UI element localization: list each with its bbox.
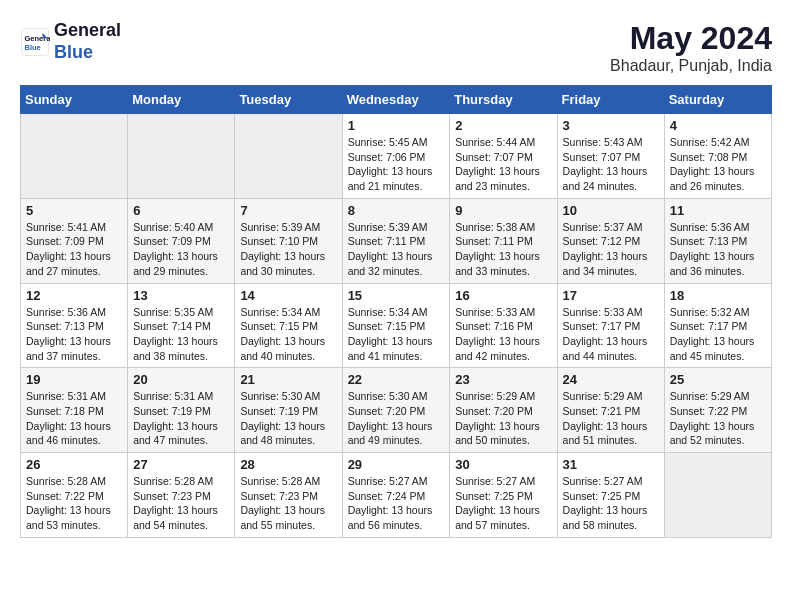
- logo-icon: General Blue: [20, 27, 50, 57]
- day-header-friday: Friday: [557, 86, 664, 114]
- day-number: 22: [348, 372, 445, 387]
- calendar-week-1: 5Sunrise: 5:41 AM Sunset: 7:09 PM Daylig…: [21, 198, 772, 283]
- day-number: 2: [455, 118, 551, 133]
- cell-info: Sunrise: 5:28 AM Sunset: 7:23 PM Dayligh…: [133, 474, 229, 533]
- calendar-cell: 8Sunrise: 5:39 AM Sunset: 7:11 PM Daylig…: [342, 198, 450, 283]
- day-number: 3: [563, 118, 659, 133]
- page-header: General Blue General Blue May 2024 Bhada…: [20, 20, 772, 75]
- month-title: May 2024: [610, 20, 772, 57]
- calendar-header-row: SundayMondayTuesdayWednesdayThursdayFrid…: [21, 86, 772, 114]
- calendar-cell: 14Sunrise: 5:34 AM Sunset: 7:15 PM Dayli…: [235, 283, 342, 368]
- calendar: SundayMondayTuesdayWednesdayThursdayFrid…: [20, 85, 772, 538]
- calendar-cell: 20Sunrise: 5:31 AM Sunset: 7:19 PM Dayli…: [128, 368, 235, 453]
- calendar-cell: 30Sunrise: 5:27 AM Sunset: 7:25 PM Dayli…: [450, 453, 557, 538]
- calendar-cell: [128, 114, 235, 199]
- day-header-tuesday: Tuesday: [235, 86, 342, 114]
- day-number: 9: [455, 203, 551, 218]
- day-number: 1: [348, 118, 445, 133]
- calendar-cell: 3Sunrise: 5:43 AM Sunset: 7:07 PM Daylig…: [557, 114, 664, 199]
- day-number: 18: [670, 288, 766, 303]
- location: Bhadaur, Punjab, India: [610, 57, 772, 75]
- logo-text: General Blue: [54, 20, 121, 63]
- day-number: 29: [348, 457, 445, 472]
- day-number: 12: [26, 288, 122, 303]
- day-header-monday: Monday: [128, 86, 235, 114]
- cell-info: Sunrise: 5:45 AM Sunset: 7:06 PM Dayligh…: [348, 135, 445, 194]
- cell-info: Sunrise: 5:40 AM Sunset: 7:09 PM Dayligh…: [133, 220, 229, 279]
- day-number: 27: [133, 457, 229, 472]
- calendar-cell: 21Sunrise: 5:30 AM Sunset: 7:19 PM Dayli…: [235, 368, 342, 453]
- cell-info: Sunrise: 5:29 AM Sunset: 7:21 PM Dayligh…: [563, 389, 659, 448]
- calendar-cell: [664, 453, 771, 538]
- calendar-cell: 25Sunrise: 5:29 AM Sunset: 7:22 PM Dayli…: [664, 368, 771, 453]
- calendar-cell: 29Sunrise: 5:27 AM Sunset: 7:24 PM Dayli…: [342, 453, 450, 538]
- cell-info: Sunrise: 5:39 AM Sunset: 7:11 PM Dayligh…: [348, 220, 445, 279]
- day-number: 6: [133, 203, 229, 218]
- cell-info: Sunrise: 5:29 AM Sunset: 7:20 PM Dayligh…: [455, 389, 551, 448]
- calendar-cell: 22Sunrise: 5:30 AM Sunset: 7:20 PM Dayli…: [342, 368, 450, 453]
- calendar-cell: 1Sunrise: 5:45 AM Sunset: 7:06 PM Daylig…: [342, 114, 450, 199]
- calendar-week-2: 12Sunrise: 5:36 AM Sunset: 7:13 PM Dayli…: [21, 283, 772, 368]
- cell-info: Sunrise: 5:34 AM Sunset: 7:15 PM Dayligh…: [240, 305, 336, 364]
- title-block: May 2024 Bhadaur, Punjab, India: [610, 20, 772, 75]
- calendar-cell: 26Sunrise: 5:28 AM Sunset: 7:22 PM Dayli…: [21, 453, 128, 538]
- day-number: 7: [240, 203, 336, 218]
- calendar-cell: 4Sunrise: 5:42 AM Sunset: 7:08 PM Daylig…: [664, 114, 771, 199]
- cell-info: Sunrise: 5:33 AM Sunset: 7:17 PM Dayligh…: [563, 305, 659, 364]
- cell-info: Sunrise: 5:30 AM Sunset: 7:19 PM Dayligh…: [240, 389, 336, 448]
- cell-info: Sunrise: 5:30 AM Sunset: 7:20 PM Dayligh…: [348, 389, 445, 448]
- calendar-week-3: 19Sunrise: 5:31 AM Sunset: 7:18 PM Dayli…: [21, 368, 772, 453]
- cell-info: Sunrise: 5:34 AM Sunset: 7:15 PM Dayligh…: [348, 305, 445, 364]
- calendar-cell: 9Sunrise: 5:38 AM Sunset: 7:11 PM Daylig…: [450, 198, 557, 283]
- calendar-cell: 11Sunrise: 5:36 AM Sunset: 7:13 PM Dayli…: [664, 198, 771, 283]
- day-number: 11: [670, 203, 766, 218]
- cell-info: Sunrise: 5:44 AM Sunset: 7:07 PM Dayligh…: [455, 135, 551, 194]
- calendar-cell: 28Sunrise: 5:28 AM Sunset: 7:23 PM Dayli…: [235, 453, 342, 538]
- day-number: 31: [563, 457, 659, 472]
- calendar-cell: [235, 114, 342, 199]
- day-number: 17: [563, 288, 659, 303]
- cell-info: Sunrise: 5:31 AM Sunset: 7:19 PM Dayligh…: [133, 389, 229, 448]
- calendar-cell: 15Sunrise: 5:34 AM Sunset: 7:15 PM Dayli…: [342, 283, 450, 368]
- day-number: 20: [133, 372, 229, 387]
- calendar-week-0: 1Sunrise: 5:45 AM Sunset: 7:06 PM Daylig…: [21, 114, 772, 199]
- day-number: 14: [240, 288, 336, 303]
- day-number: 23: [455, 372, 551, 387]
- calendar-cell: 23Sunrise: 5:29 AM Sunset: 7:20 PM Dayli…: [450, 368, 557, 453]
- calendar-cell: 16Sunrise: 5:33 AM Sunset: 7:16 PM Dayli…: [450, 283, 557, 368]
- calendar-cell: 5Sunrise: 5:41 AM Sunset: 7:09 PM Daylig…: [21, 198, 128, 283]
- cell-info: Sunrise: 5:37 AM Sunset: 7:12 PM Dayligh…: [563, 220, 659, 279]
- day-header-thursday: Thursday: [450, 86, 557, 114]
- day-number: 16: [455, 288, 551, 303]
- day-number: 21: [240, 372, 336, 387]
- day-header-saturday: Saturday: [664, 86, 771, 114]
- cell-info: Sunrise: 5:27 AM Sunset: 7:24 PM Dayligh…: [348, 474, 445, 533]
- day-number: 19: [26, 372, 122, 387]
- cell-info: Sunrise: 5:36 AM Sunset: 7:13 PM Dayligh…: [670, 220, 766, 279]
- day-number: 4: [670, 118, 766, 133]
- logo: General Blue General Blue: [20, 20, 121, 63]
- day-header-wednesday: Wednesday: [342, 86, 450, 114]
- day-header-sunday: Sunday: [21, 86, 128, 114]
- calendar-cell: 7Sunrise: 5:39 AM Sunset: 7:10 PM Daylig…: [235, 198, 342, 283]
- day-number: 15: [348, 288, 445, 303]
- day-number: 28: [240, 457, 336, 472]
- calendar-cell: 24Sunrise: 5:29 AM Sunset: 7:21 PM Dayli…: [557, 368, 664, 453]
- cell-info: Sunrise: 5:41 AM Sunset: 7:09 PM Dayligh…: [26, 220, 122, 279]
- day-number: 26: [26, 457, 122, 472]
- calendar-cell: 27Sunrise: 5:28 AM Sunset: 7:23 PM Dayli…: [128, 453, 235, 538]
- cell-info: Sunrise: 5:38 AM Sunset: 7:11 PM Dayligh…: [455, 220, 551, 279]
- cell-info: Sunrise: 5:28 AM Sunset: 7:22 PM Dayligh…: [26, 474, 122, 533]
- calendar-cell: 18Sunrise: 5:32 AM Sunset: 7:17 PM Dayli…: [664, 283, 771, 368]
- calendar-cell: 31Sunrise: 5:27 AM Sunset: 7:25 PM Dayli…: [557, 453, 664, 538]
- cell-info: Sunrise: 5:27 AM Sunset: 7:25 PM Dayligh…: [455, 474, 551, 533]
- day-number: 8: [348, 203, 445, 218]
- cell-info: Sunrise: 5:33 AM Sunset: 7:16 PM Dayligh…: [455, 305, 551, 364]
- day-number: 25: [670, 372, 766, 387]
- calendar-cell: [21, 114, 128, 199]
- calendar-cell: 13Sunrise: 5:35 AM Sunset: 7:14 PM Dayli…: [128, 283, 235, 368]
- cell-info: Sunrise: 5:42 AM Sunset: 7:08 PM Dayligh…: [670, 135, 766, 194]
- cell-info: Sunrise: 5:35 AM Sunset: 7:14 PM Dayligh…: [133, 305, 229, 364]
- svg-text:Blue: Blue: [25, 42, 41, 51]
- cell-info: Sunrise: 5:27 AM Sunset: 7:25 PM Dayligh…: [563, 474, 659, 533]
